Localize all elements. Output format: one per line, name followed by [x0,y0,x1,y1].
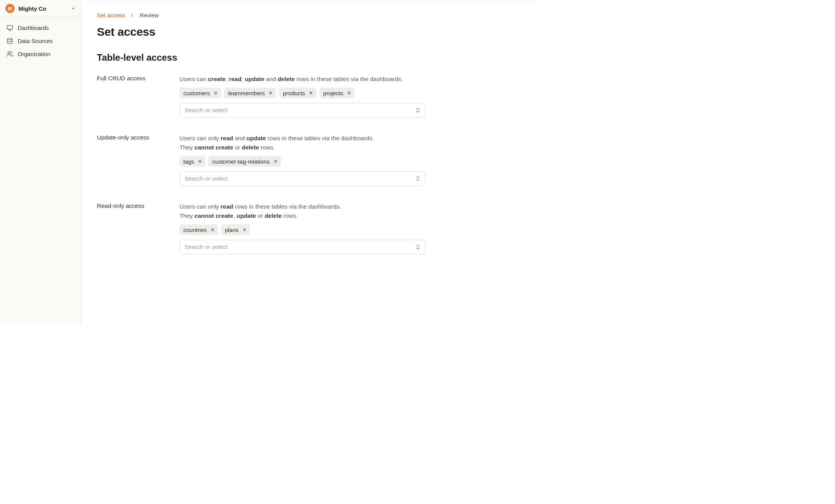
select-arrows-icon [415,244,421,250]
remove-tag-icon[interactable] [209,226,216,233]
access-row-read-only: Read-only access Users can only read row… [97,202,523,254]
breadcrumb-step-next[interactable]: Review [140,12,158,18]
nav-label: Organization [18,51,50,57]
tag-label: projects [323,90,344,96]
table-tag: plans [221,224,250,235]
users-icon [6,50,13,57]
tag-list: countriesplans [180,224,426,235]
table-tag: projects [319,88,355,98]
nav: Dashboards Data Sources Organization [0,17,81,64]
remove-tag-icon[interactable] [212,90,219,96]
access-label: Update-only access [97,134,180,186]
remove-tag-icon[interactable] [272,158,279,165]
table-tag: countries [180,224,218,235]
table-select-input[interactable]: Search or select [180,171,426,186]
table-tag: teammembers [224,88,276,98]
table-tag: tags [180,156,205,167]
access-row-update-only: Update-only access Users can only read a… [97,134,523,186]
access-description: Users can create, read, update and delet… [180,75,426,84]
table-tag: customer-tag-relations [208,156,281,167]
placeholder-text: Search or select [185,175,415,182]
tag-list: tagscustomer-tag-relations [180,156,426,167]
remove-tag-icon[interactable] [241,226,248,233]
select-arrows-icon [415,176,421,181]
svg-point-4 [8,51,10,54]
chevron-right-icon [130,13,135,18]
org-name: Mighty Co [18,5,70,12]
breadcrumb: Set access Review [97,12,523,18]
access-description: Users can only read rows in these tables… [180,202,426,220]
database-icon [6,37,13,44]
access-row-full-crud: Full CRUD access Users can create, read,… [97,75,523,118]
tag-label: teammembers [228,90,265,96]
page-title: Set access [97,25,523,38]
access-label: Full CRUD access [97,75,180,118]
tag-label: plans [225,227,239,233]
tag-label: countries [183,227,207,233]
nav-item-organization[interactable]: Organization [0,47,81,60]
nav-item-data-sources[interactable]: Data Sources [0,34,81,47]
placeholder-text: Search or select [185,107,415,114]
monitor-icon [6,24,13,31]
remove-tag-icon[interactable] [308,90,314,96]
tag-label: tags [183,158,194,165]
table-select-input[interactable]: Search or select [180,240,426,254]
remove-tag-icon[interactable] [346,90,353,96]
sidebar: M Mighty Co Dashboards Data Sources [0,0,82,325]
table-tag: customers [180,88,221,98]
org-switcher[interactable]: M Mighty Co [0,0,81,17]
nav-item-dashboards[interactable]: Dashboards [0,21,81,34]
tag-list: customersteammembersproductsprojects [180,88,426,98]
tag-label: customer-tag-relations [212,158,269,165]
breadcrumb-step-current[interactable]: Set access [97,12,125,18]
chevron-down-icon [70,6,76,11]
select-arrows-icon [415,108,421,113]
remove-tag-icon[interactable] [267,90,274,96]
main-content: Set access Review Set access Table-level… [82,0,538,325]
table-select-input[interactable]: Search or select [180,103,426,118]
tag-label: products [283,90,305,96]
nav-label: Data Sources [18,38,53,44]
placeholder-text: Search or select [185,244,415,250]
section-title: Table-level access [97,52,523,63]
remove-tag-icon[interactable] [196,158,203,165]
org-avatar: M [5,4,15,13]
access-description: Users can only read and update rows in t… [180,134,426,152]
svg-point-3 [7,38,12,40]
svg-rect-0 [7,25,12,29]
table-tag: products [279,88,316,98]
access-label: Read-only access [97,202,180,254]
nav-label: Dashboards [18,25,49,31]
tag-label: customers [183,90,210,96]
